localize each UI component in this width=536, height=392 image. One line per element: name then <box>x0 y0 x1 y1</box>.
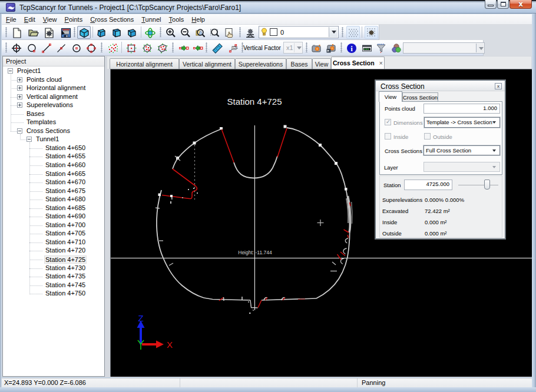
save-button[interactable] <box>59 26 72 39</box>
tree-item-station-4-720[interactable]: Station 4+720 <box>3 247 104 255</box>
layer-dropdown[interactable] <box>423 162 500 172</box>
menu-edit[interactable]: Edit <box>21 14 38 25</box>
tree-item-station-4-705[interactable]: Station 4+705 <box>3 230 104 238</box>
circle-center-button[interactable] <box>70 41 83 54</box>
circle-button[interactable] <box>25 41 38 54</box>
point-cloud-button[interactable] <box>106 41 120 54</box>
expand-icon[interactable] <box>17 102 22 108</box>
maximize-button[interactable] <box>497 0 509 9</box>
import-button[interactable] <box>42 26 56 39</box>
station-slider-track[interactable] <box>458 185 498 185</box>
zoom-extents-button[interactable] <box>208 26 221 39</box>
view-front-button[interactable] <box>94 26 108 39</box>
cross-sections-combo[interactable]: Full Cross Section <box>423 145 500 155</box>
zoom-in-button[interactable] <box>164 26 177 39</box>
tab-cross-section[interactable]: Cross Section× <box>331 57 385 69</box>
open-file-button[interactable] <box>27 26 40 39</box>
section-blob-button[interactable] <box>155 41 169 54</box>
machine-settings-button[interactable] <box>243 26 257 39</box>
orbit-button[interactable] <box>143 26 157 39</box>
view-top-button[interactable] <box>125 26 138 39</box>
colors-button[interactable] <box>389 41 403 54</box>
tree-item-cross-sections[interactable]: Cross Sections <box>3 127 104 136</box>
expand-icon[interactable] <box>17 77 22 82</box>
tree-item-station-4-710[interactable]: Station 4+710 <box>3 238 104 247</box>
tree-item-station-4-745[interactable]: Station 4+745 <box>3 281 104 290</box>
save-image-button[interactable] <box>324 41 338 54</box>
section-circle-button[interactable] <box>140 41 154 54</box>
collapse-icon[interactable] <box>17 128 22 134</box>
center-point-button[interactable] <box>9 41 23 54</box>
view-iso-button[interactable] <box>77 26 91 39</box>
tree-item-station-4-750[interactable]: Station 4+750 <box>3 290 104 298</box>
dimensions-combo[interactable]: Template -> Cross Section <box>424 117 500 128</box>
tree-item-station-4-675[interactable]: Station 4+675 <box>3 187 104 196</box>
pan-button[interactable] <box>223 26 236 39</box>
close-button[interactable]: x <box>509 0 532 9</box>
dialog-tab-cross-section[interactable]: Cross Section <box>402 92 438 102</box>
dimensions-checkbox[interactable] <box>385 119 391 125</box>
menu-help[interactable]: Help <box>188 14 208 25</box>
collapse-icon[interactable] <box>27 137 32 142</box>
tree-item-templates[interactable]: Templates <box>3 118 104 127</box>
circle-nodes-button[interactable] <box>84 41 98 54</box>
menu-cross-sections[interactable]: Cross Sections <box>87 14 137 25</box>
collapse-icon[interactable] <box>8 68 13 74</box>
tree-item-vertical-alignment[interactable]: Vertical alignment <box>3 93 104 102</box>
dialog-close-button[interactable]: x <box>495 83 502 89</box>
menu-file[interactable]: File <box>3 14 19 25</box>
tree-item-station-4-670[interactable]: Station 4+670 <box>3 178 104 187</box>
selection-combo-dropdown[interactable] <box>476 44 484 52</box>
line-midpoint-button[interactable] <box>54 41 68 54</box>
viewport[interactable]: Station 4+725 Height: -11.744 Z X <box>110 69 532 377</box>
menu-points[interactable]: Points <box>62 14 86 25</box>
zoom-out-button[interactable] <box>178 26 192 39</box>
inside-checkbox[interactable] <box>385 133 391 139</box>
station-input[interactable]: 4725.000 <box>404 180 452 190</box>
station-slider-thumb[interactable] <box>484 180 490 190</box>
vertical-factor-combo[interactable]: x1 <box>283 42 303 54</box>
tab-close-icon[interactable]: × <box>379 59 383 67</box>
console-button[interactable] <box>360 41 373 54</box>
convert-back-button[interactable] <box>191 41 204 54</box>
new-file-button[interactable] <box>10 26 24 39</box>
tree-item-station-4-660[interactable]: Station 4+660 <box>3 161 104 170</box>
snapshot-button[interactable] <box>309 41 323 54</box>
outside-checkbox[interactable] <box>424 133 431 139</box>
tree-item-tunnel1[interactable]: Tunnel1 <box>3 135 104 144</box>
tree-item-bases[interactable]: Bases <box>3 110 104 119</box>
selection-combo[interactable] <box>403 42 485 54</box>
grid-settings-button[interactable] <box>365 26 378 39</box>
zoom-objects-button[interactable] <box>193 26 207 39</box>
tree-item-station-4-665[interactable]: Station 4+665 <box>3 170 104 179</box>
layer-combo-dropdown[interactable] <box>329 27 338 37</box>
points-cloud-input[interactable]: 1.000 <box>423 104 500 114</box>
convert-forward-button[interactable] <box>177 41 190 54</box>
tree-item-station-4-685[interactable]: Station 4+685 <box>3 204 104 213</box>
tree-item-points-cloud[interactable]: Points cloud <box>3 76 104 85</box>
expand-icon[interactable] <box>17 85 22 91</box>
dimension-button[interactable]: 12.1 <box>226 41 240 54</box>
tree-item-superelevations[interactable]: Superelevations <box>3 101 104 110</box>
vertical-factor-dropdown[interactable] <box>294 43 302 52</box>
menu-tools[interactable]: Tools <box>166 14 187 25</box>
line-button[interactable] <box>39 41 53 54</box>
tab-view[interactable]: View <box>312 58 331 69</box>
grid-toggle-button[interactable] <box>346 26 360 39</box>
measure-button[interactable] <box>210 41 224 54</box>
tree-item-station-4-725[interactable]: Station 4+725 <box>3 255 104 264</box>
tree-item-station-4-680[interactable]: Station 4+680 <box>3 195 104 204</box>
expand-icon[interactable] <box>17 94 22 99</box>
tab-vertical-alignment[interactable]: Vertical alignment <box>179 58 235 69</box>
layer-combo[interactable]: 0 <box>259 26 339 38</box>
tab-horizontal-alignment[interactable]: Horizontal alignment <box>110 58 179 69</box>
menu-view[interactable]: View <box>40 14 60 25</box>
tree-item-station-4-655[interactable]: Station 4+655 <box>3 152 104 161</box>
tree-item-station-4-690[interactable]: Station 4+690 <box>3 212 104 221</box>
tree-item-station-4-735[interactable]: Station 4+735 <box>3 273 104 281</box>
info-button[interactable]: i <box>345 41 358 54</box>
section-square-button[interactable] <box>124 41 138 54</box>
filter-button[interactable] <box>374 41 388 54</box>
dialog-tab-view[interactable]: View <box>379 91 402 102</box>
tree-item-station-4-730[interactable]: Station 4+730 <box>3 264 104 273</box>
